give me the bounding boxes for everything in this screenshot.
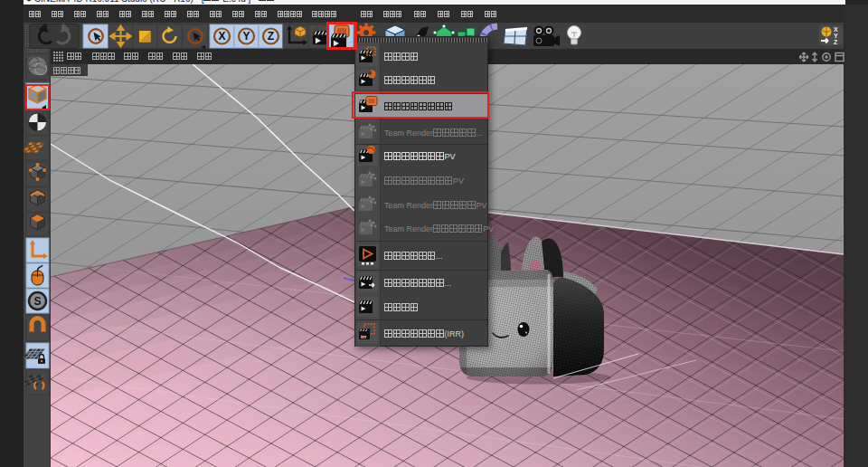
svg-text:S: S — [33, 295, 41, 308]
svg-text:Y: Y — [242, 30, 250, 43]
svg-text:X: X — [834, 26, 838, 33]
svg-text:irr: irr — [361, 334, 367, 339]
svg-text:Y: Y — [834, 33, 838, 39]
svg-text:X: X — [218, 30, 225, 43]
svg-text:Z: Z — [268, 30, 274, 43]
svg-text:Z: Z — [834, 39, 838, 45]
